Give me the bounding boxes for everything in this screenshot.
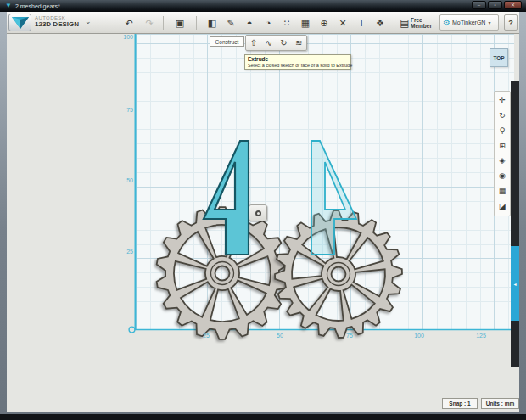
y-axis-label: 25: [113, 249, 133, 255]
membership-line2: Member: [411, 23, 432, 29]
snap-button[interactable]: Snap : 1: [442, 398, 478, 409]
membership-icon: ▤: [398, 14, 411, 31]
account-button[interactable]: ⚙ MoTinkerGN ▾: [439, 14, 499, 31]
titlebar[interactable]: ▼ 2 meshed gears* – ▫ ✕: [0, 0, 526, 12]
app-window: ▼ 2 meshed gears* – ▫ ✕ AUTODESK 123D DE…: [0, 0, 526, 420]
window-bottom-border: [0, 414, 526, 420]
x-axis-label: 125: [473, 333, 490, 339]
insert-button[interactable]: ▣: [171, 14, 189, 31]
construct-menu-label: Construct: [210, 36, 244, 47]
gear-shape[interactable]: [157, 207, 288, 339]
hide-show-icon[interactable]: ◉: [495, 170, 509, 182]
y-axis-label: 50: [113, 177, 133, 183]
y-axis-label: 100: [113, 34, 133, 40]
grouping-menu-icon[interactable]: ▦: [297, 14, 314, 31]
x-axis-label: 25: [198, 333, 215, 339]
client-area: AUTODESK 123D DESIGN ⌄ ↶ ↷ ▣ ◧ ✎ ◓ ◔ ∷ ▦…: [7, 12, 519, 412]
circle-icon: [255, 210, 261, 216]
outline-triangle-sketch[interactable]: [311, 141, 356, 255]
fit-view-icon[interactable]: ⊞: [495, 140, 509, 153]
y-axis-label: 75: [113, 107, 133, 113]
solid-triangle-sketch[interactable]: [204, 141, 249, 255]
help-button[interactable]: ?: [504, 14, 518, 31]
window-controls: – ▫ ✕: [470, 1, 522, 9]
combine-menu-icon[interactable]: ⊕: [316, 14, 333, 31]
123d-logo-icon: [11, 16, 30, 30]
navigation-toolbar: ✛ ↻ ⚲ ⊞ ◈ ◉ ▦ ◪: [494, 91, 511, 216]
extrude-icon[interactable]: ⇧: [250, 39, 257, 48]
x-axis-label: 50: [271, 333, 288, 339]
sweep-icon[interactable]: ∿: [265, 39, 271, 48]
membership-label: Free Member: [411, 17, 432, 30]
text-tool-icon[interactable]: T: [353, 14, 370, 31]
parts-drawer-tab[interactable]: ◂: [511, 246, 519, 321]
gear-avatar-icon: ⚙: [443, 18, 450, 27]
membership-line1: Free: [411, 17, 432, 23]
revolve-icon[interactable]: ↻: [280, 39, 287, 48]
delete-icon[interactable]: ✕: [334, 14, 351, 31]
material-tool-icon[interactable]: ❖: [372, 14, 389, 31]
toolbar-separator: [394, 16, 394, 30]
toolbar-separator: [196, 16, 197, 30]
view-mode-icon[interactable]: ◈: [495, 154, 509, 167]
app-logo-text: AUTODESK 123D DESIGN: [35, 15, 79, 28]
app-menu-button[interactable]: [8, 14, 31, 31]
product-label: 123D DESIGN: [35, 21, 79, 28]
primitives-menu-icon[interactable]: ◧: [204, 14, 221, 31]
x-axis-label: 100: [411, 333, 428, 339]
modeling-canvas[interactable]: 100 75 50 25 25 50 75 100 125 Construct …: [7, 34, 519, 412]
modify-menu-icon[interactable]: ◔: [260, 14, 277, 31]
gear-layer: [157, 207, 402, 339]
restore-button[interactable]: ▫: [488, 1, 502, 9]
loft-icon[interactable]: ≋: [295, 39, 302, 48]
sketch-menu-icon[interactable]: ✎: [222, 14, 239, 31]
main-toolbar: AUTODESK 123D DESIGN ⌄ ↶ ↷ ▣ ◧ ✎ ◓ ◔ ∷ ▦…: [7, 12, 519, 34]
undo-button[interactable]: ↶: [120, 14, 137, 31]
chevron-down-icon: ▾: [488, 20, 490, 25]
tooltip-title: Extrude: [248, 56, 348, 63]
x-axis-label: 75: [341, 333, 358, 339]
scene-svg: [7, 34, 519, 412]
render-mode-icon[interactable]: ◪: [495, 200, 509, 213]
account-name: MoTinkerGN: [452, 20, 485, 25]
construct-menu-icon[interactable]: ◓: [241, 14, 258, 31]
redo-button[interactable]: ↷: [141, 14, 158, 31]
zoom-icon[interactable]: ⚲: [495, 125, 509, 137]
origin-marker[interactable]: [129, 327, 135, 333]
close-button[interactable]: ✕: [504, 1, 522, 9]
toolbar-separator: [163, 16, 164, 30]
construct-flyout: ⇧ ∿ ↻ ≋: [245, 35, 307, 51]
gizmo-button[interactable]: [249, 204, 267, 221]
parts-drawer-rail: ◂: [511, 81, 519, 367]
extrude-tooltip: Extrude Select a closed sketch or face o…: [244, 54, 351, 70]
units-button[interactable]: Units : mm: [481, 398, 519, 409]
pattern-menu-icon[interactable]: ∷: [278, 14, 295, 31]
minimize-button[interactable]: –: [472, 1, 486, 9]
pan-icon[interactable]: ✛: [495, 94, 509, 107]
chevron-down-icon[interactable]: ⌄: [85, 17, 92, 25]
app-icon: ▼: [5, 3, 12, 9]
view-cube[interactable]: TOP: [490, 48, 508, 67]
grid-toggle-icon[interactable]: ▦: [495, 185, 509, 198]
tooltip-description: Select a closed sketch or face of a soli…: [248, 63, 348, 69]
window-title: 2 meshed gears*: [15, 3, 60, 9]
orbit-icon[interactable]: ↻: [495, 109, 509, 122]
gear-shape[interactable]: [275, 210, 402, 338]
